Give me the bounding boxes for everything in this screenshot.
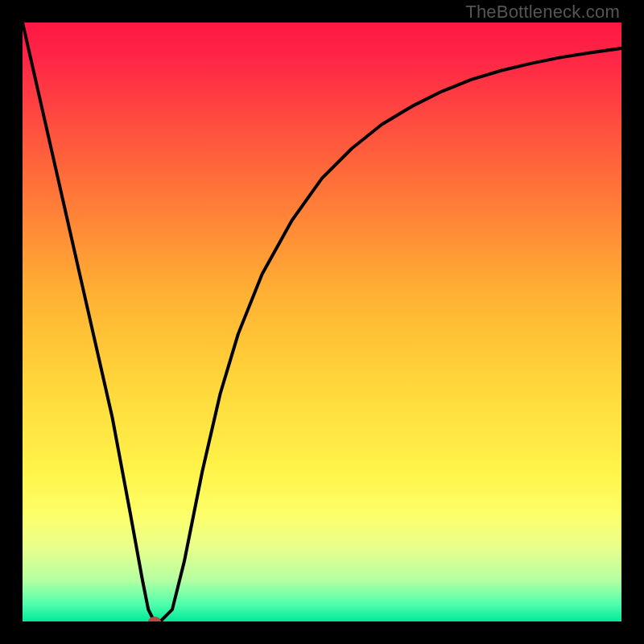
minimum-marker [148, 617, 161, 621]
chart-frame: TheBottleneck.com [0, 0, 644, 644]
watermark-text: TheBottleneck.com [465, 2, 620, 23]
plot-area [23, 23, 621, 621]
bottleneck-curve [23, 23, 621, 621]
